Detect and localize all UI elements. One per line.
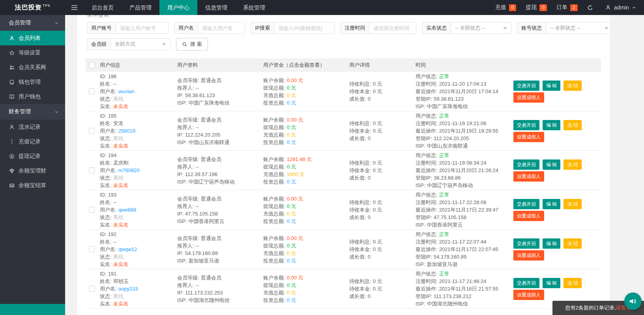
recharge-total-amount[interactable]: 0 元 [287, 250, 296, 256]
set-fake-user-button[interactable]: 设置成假人 [513, 132, 544, 142]
freeze-button[interactable]: 冻 结 [564, 120, 581, 130]
freeze-button[interactable]: 冻 结 [564, 278, 581, 288]
menu-toggle-icon[interactable] [65, 0, 84, 15]
select-all-checkbox[interactable] [89, 62, 95, 68]
nav-stat-3[interactable]: 订单2 [556, 4, 578, 11]
set-fake-user-button[interactable]: 设置成假人 [513, 171, 544, 182]
edit-button[interactable]: 编 辑 [543, 81, 560, 91]
set-fake-user-button[interactable]: 设置成假人 [513, 250, 544, 261]
edit-button[interactable]: 编 辑 [543, 238, 560, 249]
balance-amount[interactable]: 1291.48 元 [287, 156, 312, 162]
withdraw-total-amount[interactable]: 0 元 [287, 243, 296, 249]
nav-item-2[interactable]: 产品管理 [122, 0, 159, 15]
username-link[interactable]: wunian [118, 88, 135, 94]
member-group-select[interactable]: 全部方式 [111, 39, 170, 50]
username-link[interactable]: oopy233 [118, 286, 138, 292]
invest-total-amount[interactable]: 0 元 [287, 139, 296, 145]
sidebar-section-1[interactable]: 会员管理 [0, 15, 65, 31]
username-link[interactable]: qwqw12 [118, 246, 137, 252]
set-fake-user-button[interactable]: 设置成假人 [513, 92, 544, 103]
freeze-button[interactable]: 冻 结 [564, 81, 581, 91]
user-realname-value: 安龙 [113, 120, 124, 126]
sidebar-item[interactable]: 会员关系网 [0, 60, 65, 75]
sidebar-item[interactable]: 余额宝理财 [0, 163, 65, 178]
withdraw-total-amount[interactable]: 0 元 [287, 85, 296, 91]
balance-amount[interactable]: 0.00 元 [287, 77, 303, 83]
nav-item-5[interactable]: 系统管理 [235, 0, 273, 15]
freeze-button[interactable]: 冻 结 [564, 238, 581, 249]
invest-total-amount[interactable]: 0 元 [287, 297, 296, 303]
row-checkbox[interactable] [89, 246, 95, 252]
brand-logo[interactable]: 法巴投资TP6 [0, 0, 65, 15]
referrer: -- [196, 85, 199, 91]
trade-toggle-button[interactable]: 交易开启 [513, 120, 539, 130]
row-checkbox[interactable] [89, 167, 95, 173]
set-fake-user-button[interactable]: 设置成假人 [513, 211, 544, 221]
trade-toggle-button[interactable]: 交易开启 [513, 159, 539, 170]
register-time-input[interactable] [369, 22, 416, 34]
balance-amount[interactable]: 0.00 元 [287, 196, 303, 202]
sidebar-item[interactable]: 钱包管理 [0, 75, 65, 89]
row-checkbox[interactable] [89, 88, 95, 94]
withdraw-total-amount[interactable]: 0 元 [287, 282, 296, 288]
balance-amount[interactable]: 0.00 元 [287, 117, 303, 123]
nav-stat-1[interactable]: 充值0 [495, 4, 517, 11]
nav-item-1[interactable]: 后台首页 [84, 0, 122, 15]
sidebar-footer [0, 304, 65, 315]
trade-toggle-button[interactable]: 交易开启 [513, 199, 539, 209]
nav-stat-2[interactable]: 提现0 [526, 4, 547, 11]
edit-button[interactable]: 编 辑 [543, 159, 560, 170]
refresh-icon[interactable] [587, 5, 593, 11]
account-status-select[interactable]: -- 全部状态 -- [546, 22, 610, 34]
sidebar-item[interactable]: 余额宝结算 [0, 178, 65, 193]
ip-search-input[interactable] [274, 22, 334, 34]
freeze-button[interactable]: 冻 结 [564, 159, 581, 170]
sidebar-item[interactable]: 提现记录 [0, 149, 65, 163]
username-link[interactable]: qwe888 [118, 207, 137, 213]
set-fake-user-button[interactable]: 设置成假人 [513, 290, 544, 300]
sidebar-section-2[interactable]: 财务管理 [0, 104, 65, 120]
table-row: ID:194 姓名:孟庆刚 用户名:m760820 状态:离线 实名:未实名 会… [86, 151, 601, 190]
row-checkbox[interactable] [89, 207, 95, 213]
edit-button[interactable]: 编 辑 [543, 199, 560, 209]
sidebar-item[interactable]: 会员列表 [0, 31, 65, 45]
search-button[interactable]: 搜 索 [176, 38, 208, 51]
trade-toggle-button[interactable]: 交易开启 [513, 238, 539, 249]
sidebar-item[interactable]: 流水记录 [0, 120, 65, 134]
nav-item-3[interactable]: 用户中心 [159, 0, 197, 15]
withdraw-total-amount[interactable]: 0 元 [287, 203, 296, 209]
recharge-total-amount[interactable]: 0 元 [287, 132, 296, 138]
recharge-total-amount[interactable]: 1000 元 [287, 171, 305, 177]
balance-amount[interactable]: 0.00 元 [287, 275, 303, 281]
filter-label: 账号状态 [517, 22, 546, 34]
withdraw-total-amount[interactable]: 0 元 [287, 124, 296, 130]
recharge-total-amount[interactable]: 0 元 [287, 290, 296, 296]
sidebar-item[interactable]: 充值记录 [0, 134, 65, 149]
invest-total-amount[interactable]: 0 元 [287, 179, 296, 185]
invest-total-amount[interactable]: 0 元 [287, 258, 296, 264]
invest-total-amount[interactable]: 0 元 [287, 100, 296, 106]
row-checkbox[interactable] [89, 128, 95, 134]
edit-button[interactable]: 编 辑 [543, 120, 560, 130]
sidebar-item[interactable]: 等级设置 [0, 45, 65, 60]
withdraw-total-amount[interactable]: 0 元 [287, 164, 296, 170]
username-input[interactable] [198, 22, 245, 34]
recharge-total-amount[interactable]: 0 元 [287, 211, 296, 217]
realname-status-select[interactable]: -- 全部状态 -- [451, 22, 511, 34]
nav-item-4[interactable]: 信息管理 [197, 0, 235, 15]
admin-menu[interactable]: admin [605, 4, 636, 11]
freeze-button[interactable]: 冻 结 [564, 199, 581, 209]
row-checkbox[interactable] [89, 286, 95, 292]
last-operation-time: 2021年11月19日 19:29:55 [439, 128, 498, 134]
username-link[interactable]: 258019 [118, 128, 135, 134]
balance-amount[interactable]: 0.00 元 [287, 235, 303, 241]
notification-button[interactable] [624, 292, 642, 310]
edit-button[interactable]: 编 辑 [543, 278, 560, 288]
recharge-total-amount[interactable]: 0 元 [287, 92, 296, 98]
username-link[interactable]: m760820 [118, 167, 140, 173]
user-account-input[interactable] [116, 22, 168, 34]
trade-toggle-button[interactable]: 交易开启 [513, 278, 539, 288]
trade-toggle-button[interactable]: 交易开启 [513, 81, 539, 91]
invest-total-amount[interactable]: 0 元 [287, 218, 296, 224]
sidebar-item[interactable]: 用户钱包 [0, 89, 65, 104]
